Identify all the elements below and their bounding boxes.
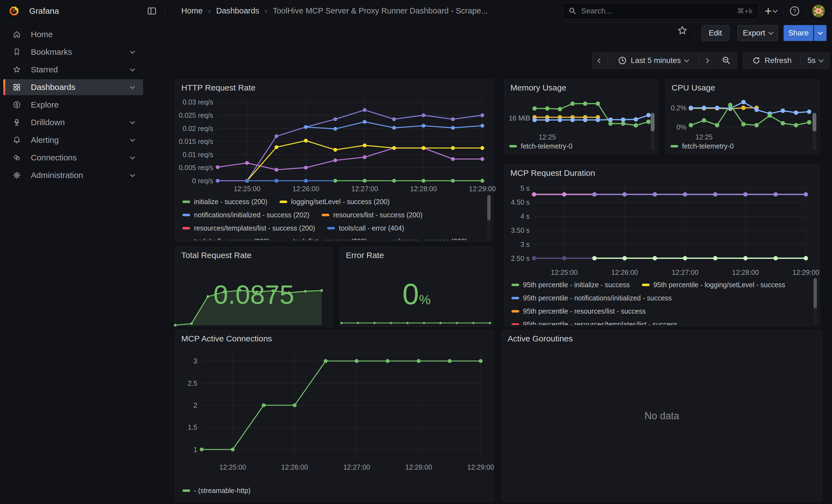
sidebar-item-dashboards[interactable]: Dashboards [3,79,143,95]
panel-title[interactable]: CPU Usage [666,80,820,95]
svg-text:12:26:00: 12:26:00 [612,268,638,276]
duration-legend: 95th percentile - initialize - success 9… [512,278,810,325]
search-container[interactable]: ⌘+k [563,3,758,19]
breadcrumb: Home › Dashboards › ToolHive MCP Server … [165,6,488,16]
legend-item[interactable]: tools/list - success (200) [282,237,367,240]
chevron-down-icon [818,30,823,35]
legend-swatch [322,214,329,216]
http-request-rate-chart[interactable]: 0 req/s0.005 req/s0.01 req/s0.015 req/s0… [176,95,492,194]
edit-label: Edit [709,29,722,37]
legend-item[interactable]: 95th percentile - resources/templates/li… [512,320,677,325]
svg-text:4 s: 4 s [521,212,530,220]
panel-title[interactable]: MCP Request Duration [504,165,820,180]
time-back-button[interactable] [592,52,607,69]
time-range-picker[interactable]: Last 5 minutes [608,52,699,69]
share-button[interactable]: Share [784,25,813,41]
avatar-pixel-art [812,5,825,17]
error-rate-unit: % [419,292,431,307]
svg-text:0%: 0% [677,123,686,131]
panel-title[interactable]: MCP Active Connections [175,330,493,345]
svg-text:3: 3 [193,357,197,365]
refresh-label: Refresh [764,56,791,65]
panel-title[interactable]: Error Rate [340,247,493,262]
mcp-active-connections-chart[interactable]: 11.522.5312:25:0012:26:0012:27:0012:28:0… [176,345,492,475]
sidebar-item-label: Alerting [31,135,59,145]
breadcrumb-dashboards[interactable]: Dashboards [216,6,259,16]
sidebar-item-home[interactable]: Home [3,26,143,43]
edit-button[interactable]: Edit [702,25,729,41]
legend-swatch [509,145,517,148]
legend-item[interactable]: notifications/initialized - success (202… [182,211,310,219]
refresh-button[interactable]: Refresh [743,52,801,69]
sidebar-item-alerting[interactable]: Alerting [3,132,143,148]
sidebar-item-explore[interactable]: Explore [3,97,143,113]
error-rate-sparkline [340,319,491,326]
cpu-usage-chart[interactable]: 0.2%0%12:25 [667,95,817,140]
svg-text:5 s: 5 s [521,184,530,192]
brand-title: Grafana [29,6,59,16]
connections-icon [12,154,21,162]
svg-text:2.5: 2.5 [188,379,197,387]
legend-item[interactable]: 95th percentile - notifications/initiali… [512,294,672,302]
svg-text:?: ? [793,8,796,14]
legend-swatch [182,489,190,492]
total-request-rate-value: 0.0875 [175,280,332,310]
panel-title[interactable]: Memory Usage [504,80,658,95]
sidebar-item-drilldown[interactable]: Drilldown [3,114,143,130]
mcp-request-duration-chart[interactable]: 2.50 s3 s3.50 s4 s4.50 s5 s12:25:0012:26… [505,180,817,277]
legend-item[interactable]: - (streamable-http) [182,487,251,495]
svg-text:0.025 req/s: 0.025 req/s [179,111,213,119]
bookmark-icon [12,48,21,56]
legend-item[interactable]: fetch-telemetry-0 [671,142,734,150]
sidebar-item-bookmarks[interactable]: Bookmarks [3,44,143,60]
help-button[interactable]: ? [789,6,800,16]
refresh-icon [752,56,761,65]
error-rate-value: 0% [340,277,493,311]
search-input[interactable] [581,7,733,16]
legend-item[interactable]: logging/setLevel - success (200) [280,198,390,206]
chevron-down-icon [773,8,778,12]
grafana-logo[interactable] [8,5,20,17]
share-menu-button[interactable] [814,25,827,41]
time-forward-button[interactable] [699,52,714,69]
legend-scrollbar[interactable] [487,195,491,239]
new-button[interactable]: + [764,5,777,17]
sidebar-toggle-icon[interactable] [147,6,157,16]
legend-scrollbar[interactable] [813,278,817,324]
panel-scrollbar[interactable] [812,112,816,151]
sidebar-item-administration[interactable]: Administration [3,167,143,183]
legend-item[interactable]: 95th percentile - logging/setLevel - suc… [642,281,785,289]
svg-text:0.03 req/s: 0.03 req/s [183,98,213,106]
favorite-button[interactable] [677,25,688,37]
sidebar-item-connections[interactable]: Connections [3,150,143,166]
svg-text:12:25:00: 12:25:00 [219,463,246,471]
sidebar: Home Bookmarks Starred Dashboards Explo [0,26,166,183]
legend-item[interactable]: unknown - success (200) [379,237,467,240]
chevron-down-icon [130,49,135,54]
legend-item[interactable]: resources/templates/list - success (200) [182,224,315,232]
plus-icon: + [764,5,772,17]
legend-item[interactable]: tools/call - error (404) [327,224,404,232]
legend-item[interactable]: 95th percentile - resources/list - succe… [512,307,646,315]
chevron-down-icon [130,119,135,124]
svg-text:0.015 req/s: 0.015 req/s [179,137,213,145]
brand-area: Grafana [0,0,165,22]
chevron-down-icon [130,84,135,89]
legend-item[interactable]: resources/list - success (200) [322,211,423,219]
user-avatar[interactable] [812,5,825,17]
breadcrumb-home[interactable]: Home [181,6,203,16]
legend-item[interactable]: tools/call - success (200) [182,237,270,240]
sidebar-item-label: Drilldown [31,118,64,127]
panel-title[interactable]: HTTP Request Rate [175,80,493,95]
legend-item[interactable]: initialize - success (200) [182,198,267,206]
legend-item[interactable]: fetch-telemetry-0 [509,142,573,150]
export-button[interactable]: Export [737,25,778,41]
panel-scrollbar[interactable] [651,112,654,151]
legend-item[interactable]: 95th percentile - initialize - success [512,281,630,289]
memory-usage-chart[interactable]: 16 MiB12:25 [506,95,654,140]
zoom-out-icon [722,56,731,65]
zoom-out-button[interactable] [716,52,737,69]
panel-title[interactable]: Total Request Rate [175,247,332,262]
sidebar-item-starred[interactable]: Starred [3,62,143,78]
refresh-interval-picker[interactable]: 5s [801,52,830,69]
